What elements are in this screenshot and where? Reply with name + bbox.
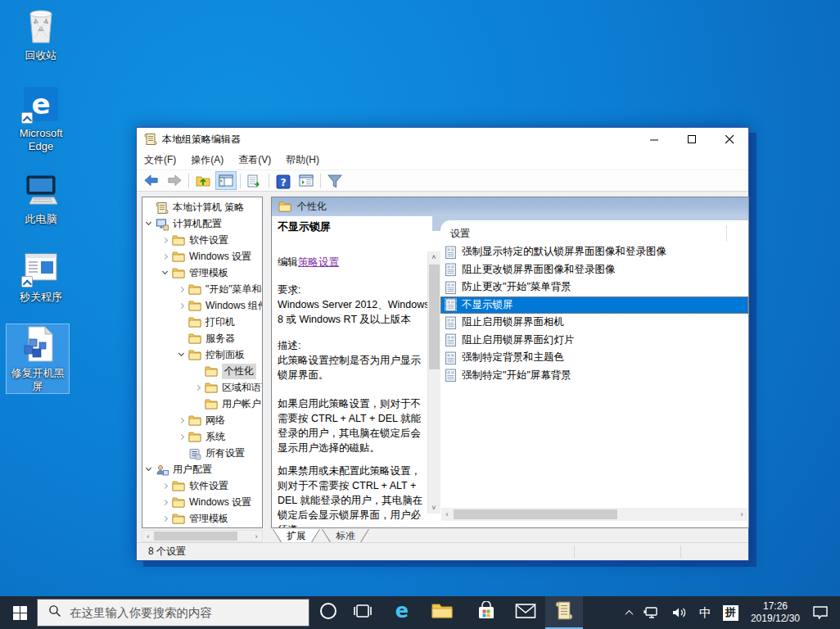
tree-item-管理模板[interactable]: 管理模板: [142, 510, 262, 527]
desktop-icon-fix-boot-black-screen[interactable]: 修复开机黑屏: [7, 324, 69, 393]
export-list-button[interactable]: [244, 171, 265, 190]
scroll-right-arrow[interactable]: ›: [736, 509, 747, 520]
title-bar[interactable]: 本地组策略编辑器: [137, 128, 748, 151]
setting-row[interactable]: 强制显示特定的默认锁屏界面图像和登录图像: [440, 243, 748, 260]
tree-item-Windows组件[interactable]: Windows 组件: [142, 297, 262, 314]
ime-mode-indicator[interactable]: 拼: [717, 596, 744, 629]
expand-chevron-icon[interactable]: [195, 384, 201, 390]
tree-item-软件设置[interactable]: 软件设置: [142, 477, 262, 494]
tree-item-计算机配置[interactable]: 计算机配置: [142, 215, 262, 232]
back-button[interactable]: [141, 171, 162, 190]
scroll-right-arrow[interactable]: ›: [251, 531, 262, 542]
volume-icon[interactable]: [666, 596, 693, 629]
taskbar-app-cortana[interactable]: [309, 596, 347, 629]
expand-chevron-icon[interactable]: [162, 253, 168, 259]
tree-item-打印机[interactable]: 打印机: [142, 314, 262, 330]
ime-language-indicator[interactable]: 中: [693, 596, 717, 629]
menu-file[interactable]: 文件(F): [137, 153, 183, 167]
up-one-level-button[interactable]: [192, 171, 214, 190]
tree-item-所有设置[interactable]: 所有设置: [142, 445, 262, 461]
tree-item-控制面板[interactable]: 控制面板: [142, 346, 262, 363]
tree-item-本地计算机策略[interactable]: 本地计算机 策略: [142, 199, 262, 215]
expand-chevron-icon[interactable]: [178, 433, 184, 439]
taskbar-app-store[interactable]: [467, 596, 505, 629]
settings-horizontal-scrollbar[interactable]: ‹ ›: [441, 508, 747, 521]
setting-row[interactable]: 阻止更改锁屏界面图像和登录图像: [440, 261, 748, 278]
setting-row[interactable]: 强制特定背景和主题色: [440, 349, 748, 366]
scroll-thumb[interactable]: [154, 532, 237, 541]
tree-item-网络[interactable]: 网络: [142, 412, 262, 428]
menu-help[interactable]: 帮助(H): [278, 153, 327, 167]
settings-column-header[interactable]: 设置: [450, 227, 470, 241]
tree-item-开始菜单和任务栏[interactable]: "开始"菜单和任务栏: [142, 281, 262, 297]
help-button[interactable]: ?: [273, 171, 294, 190]
tree-item-管理模板[interactable]: 管理模板: [142, 265, 262, 281]
expand-chevron-icon[interactable]: [162, 237, 168, 242]
tree-item-label: 个性化: [222, 364, 256, 379]
taskbar-search[interactable]: [37, 599, 309, 627]
column-divider[interactable]: [726, 225, 727, 242]
start-button[interactable]: [0, 596, 39, 629]
taskbar-app-file-explorer[interactable]: [423, 596, 461, 629]
setting-row[interactable]: 阻止启用锁屏界面幻灯片: [440, 332, 748, 349]
setting-row[interactable]: 不显示锁屏: [440, 296, 748, 314]
taskbar-app-gpedit[interactable]: [545, 596, 583, 629]
menu-action[interactable]: 操作(A): [183, 153, 231, 167]
desktop-icon-quick-close-app[interactable]: 秒关程序: [10, 248, 72, 304]
policy-doc-icon: [445, 263, 457, 276]
expand-chevron-icon[interactable]: [162, 515, 168, 521]
tree-item-Windows设置[interactable]: Windows 设置: [142, 494, 262, 510]
tree-item-系统[interactable]: 系统: [142, 428, 262, 445]
expand-chevron-icon[interactable]: [178, 286, 184, 292]
view-tab-standard[interactable]: 标准: [322, 529, 369, 543]
minimize-button[interactable]: [635, 128, 673, 151]
close-button[interactable]: [711, 128, 748, 151]
tree-horizontal-scrollbar[interactable]: ‹ ›: [142, 530, 263, 542]
expand-chevron-icon[interactable]: [162, 499, 168, 505]
tree-item-个性化[interactable]: 个性化: [142, 363, 262, 379]
setting-row[interactable]: 阻止启用锁屏界面相机: [440, 314, 748, 331]
forward-button[interactable]: [164, 171, 185, 190]
desktop-icon-this-pc[interactable]: 此电脑: [10, 170, 72, 226]
collapse-chevron-icon[interactable]: [146, 219, 151, 225]
network-icon[interactable]: [638, 596, 666, 629]
setting-row[interactable]: 防止更改"开始"菜单背景: [440, 278, 748, 296]
tree-item-软件设置[interactable]: 软件设置: [142, 232, 262, 248]
tree-item-服务器[interactable]: 服务器: [142, 330, 262, 346]
tree-item-用户配置[interactable]: 用户配置: [142, 461, 262, 477]
taskbar-app-task-view[interactable]: [344, 596, 382, 629]
scroll-thumb[interactable]: [454, 509, 617, 519]
desktop-icon-microsoft-edge[interactable]: eMicrosoft Edge: [10, 84, 72, 153]
expand-chevron-icon[interactable]: [162, 482, 168, 488]
tree-item-Windows设置[interactable]: Windows 设置: [142, 248, 262, 265]
scroll-down-arrow[interactable]: ˅: [428, 502, 440, 514]
scroll-left-arrow[interactable]: ‹: [441, 509, 453, 520]
menu-view[interactable]: 查看(V): [231, 153, 278, 167]
collapse-chevron-icon[interactable]: [162, 269, 168, 274]
svg-text:?: ?: [280, 176, 286, 188]
tree-item-用户帐户[interactable]: 用户帐户: [142, 396, 262, 412]
edit-policy-link[interactable]: 策略设置: [298, 256, 339, 268]
scroll-left-arrow[interactable]: ‹: [142, 531, 154, 542]
maximize-button[interactable]: [673, 128, 711, 151]
tree-item-区域和语言[interactable]: 区域和语言: [142, 379, 262, 396]
search-input[interactable]: [70, 606, 291, 619]
filter-button[interactable]: [324, 171, 345, 190]
tray-overflow-chevron[interactable]: [621, 596, 638, 629]
scroll-thumb[interactable]: [429, 265, 440, 369]
taskbar-app-edge[interactable]: e: [383, 596, 421, 629]
expand-chevron-icon[interactable]: [178, 417, 184, 423]
view-tab-extended[interactable]: 扩展: [273, 529, 320, 543]
taskbar-clock[interactable]: 17:26 2019/12/30: [744, 600, 806, 625]
taskbar-app-mail[interactable]: [507, 596, 544, 629]
scroll-up-arrow[interactable]: ˄: [428, 251, 440, 263]
action-center-icon[interactable]: [806, 596, 840, 629]
desktop-icon-recycle-bin[interactable]: 回收站: [10, 7, 72, 62]
collapse-chevron-icon[interactable]: [178, 351, 184, 356]
setting-row[interactable]: 强制特定"开始"屏幕背景: [440, 367, 748, 384]
description-scrollbar[interactable]: ˄ ˅: [427, 251, 440, 514]
collapse-chevron-icon[interactable]: [146, 465, 151, 471]
expand-chevron-icon[interactable]: [178, 302, 184, 308]
show-console-tree-button[interactable]: [215, 171, 237, 190]
show-extended-pane-button[interactable]: [296, 171, 317, 190]
